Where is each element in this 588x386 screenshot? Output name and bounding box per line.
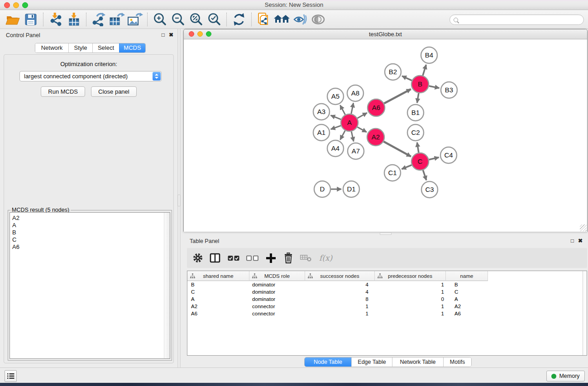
graphics-details-button[interactable] [291,12,309,27]
vertical-splitter[interactable] [177,29,181,367]
network-window-titlebar[interactable]: testGlobe.txt [184,29,587,39]
function-builder-button[interactable]: f(x) [319,253,332,262]
table-cell[interactable]: dominator [249,288,305,295]
column-header-name[interactable]: name [446,271,488,281]
task-history-button[interactable] [5,370,17,382]
table-cell[interactable]: 1 [305,303,375,310]
table-cell[interactable]: 4 [305,288,375,295]
tab-network[interactable]: Network [35,43,68,52]
table-scrollbar[interactable] [583,271,587,355]
maximize-network-icon[interactable] [206,31,211,37]
table-cell[interactable]: A2 [446,303,488,310]
graph-edge[interactable] [402,76,412,81]
table-cell[interactable]: A [187,295,249,303]
close-panel-button[interactable]: Close panel [91,86,137,97]
close-panel-icon[interactable]: ✖ [169,32,173,38]
horizontal-splitter[interactable] [181,232,588,235]
float-panel-icon[interactable]: □ [571,238,574,244]
graph-edge[interactable] [384,142,411,157]
zoom-fit-button[interactable] [187,12,205,27]
close-window-icon[interactable] [4,2,10,8]
splitter-handle[interactable] [178,195,180,206]
split-columns-button[interactable] [210,250,220,266]
table-cell[interactable]: 1 [375,303,446,310]
list-item[interactable]: A6 [12,243,170,251]
table-row[interactable]: Cdominator41C [187,288,587,295]
graph-edge[interactable] [384,89,411,104]
tab-motifs[interactable]: Motifs [443,357,471,367]
memory-button[interactable]: Memory [546,371,585,381]
add-column-button[interactable] [266,250,276,266]
network-canvas[interactable]: AA1A3A5A8A4A7A6A2BB1B2B3B4CC1C2C3C4DD1 [184,40,587,232]
graph-edge[interactable] [358,127,367,132]
table-cell[interactable]: connector [249,303,305,310]
list-item[interactable]: A [12,222,170,229]
column-header-mcds-role[interactable]: MCDS role [249,271,305,281]
graph-edge[interactable] [402,165,411,169]
gear-button[interactable] [192,250,203,266]
table-cell[interactable]: B [446,281,488,288]
refresh-button[interactable] [230,12,248,27]
list-item[interactable]: B [12,229,170,236]
graph-edge[interactable] [429,86,440,88]
splitter-handle[interactable] [380,233,392,235]
tab-node-table[interactable]: Node Table [305,357,351,367]
delete-table-button[interactable] [300,250,312,266]
table-cell[interactable]: A6 [446,310,488,317]
bird-eye-view-button[interactable] [309,12,327,27]
table-cell[interactable]: C [446,288,488,295]
new-network-from-selection-button[interactable] [255,12,273,27]
graph-edge[interactable] [340,105,345,114]
graph-edge[interactable] [331,126,341,129]
table-cell[interactable]: 1 [375,288,446,295]
open-session-button[interactable] [4,12,22,27]
graph-edge[interactable] [340,131,345,140]
export-table-button[interactable] [108,12,126,27]
tab-style[interactable]: Style [68,43,92,52]
float-panel-icon[interactable]: □ [162,32,165,38]
minimize-network-icon[interactable] [197,31,203,37]
table-cell[interactable]: 1 [375,281,446,288]
run-mcds-button[interactable]: Run MCDS [41,86,85,97]
first-neighbors-button[interactable] [273,12,291,27]
graph-edge[interactable] [358,113,367,118]
table-cell[interactable]: 8 [305,295,375,303]
table-cell[interactable]: connector [249,310,305,317]
column-header-shared-name[interactable]: shared name [187,271,249,281]
close-panel-icon[interactable]: ✖ [578,238,583,244]
zoom-selected-button[interactable] [205,12,223,27]
result-scrollbar[interactable] [164,213,170,358]
list-item[interactable]: A2 [12,214,170,222]
export-image-button[interactable] [126,12,144,27]
network-graph[interactable]: AA1A3A5A8A4A7A6A2BB1B2B3B4CC1C2C3C4DD1 [184,40,587,232]
zoom-window-icon[interactable] [22,2,28,8]
graph-edge[interactable] [423,170,426,180]
table-cell[interactable]: A6 [187,310,249,317]
criterion-dropdown[interactable]: largest connected component (directed) [19,71,162,81]
import-table-button[interactable] [65,12,83,27]
save-session-button[interactable] [22,12,40,27]
column-header-successor-nodes[interactable]: successor nodes [305,271,375,281]
tab-select[interactable]: Select [92,43,119,52]
table-row[interactable]: A2connector11A2 [187,303,587,310]
tab-edge-table[interactable]: Edge Table [351,357,392,367]
search-input[interactable] [458,16,583,23]
table-row[interactable]: Bdominator41B [187,281,587,288]
table-cell[interactable]: 1 [305,310,375,317]
table-cell[interactable]: A2 [187,303,249,310]
zoom-in-button[interactable] [151,12,169,27]
tab-mcds[interactable]: MCDS [119,43,145,52]
minimize-window-icon[interactable] [13,2,19,8]
graph-edge[interactable] [423,65,426,76]
tab-network-table[interactable]: Network Table [392,357,443,367]
graph-edge[interactable] [351,132,354,142]
list-item[interactable]: C [12,236,170,243]
table-row[interactable]: Adominator80A [187,295,587,303]
table-cell[interactable]: 4 [305,281,375,288]
zoom-out-button[interactable] [169,12,187,27]
table-row[interactable]: A6connector11A6 [187,310,587,317]
close-network-icon[interactable] [189,31,194,37]
resize-grip[interactable] [580,224,587,231]
table-cell[interactable]: 0 [375,295,446,303]
graph-edge[interactable] [331,115,341,119]
